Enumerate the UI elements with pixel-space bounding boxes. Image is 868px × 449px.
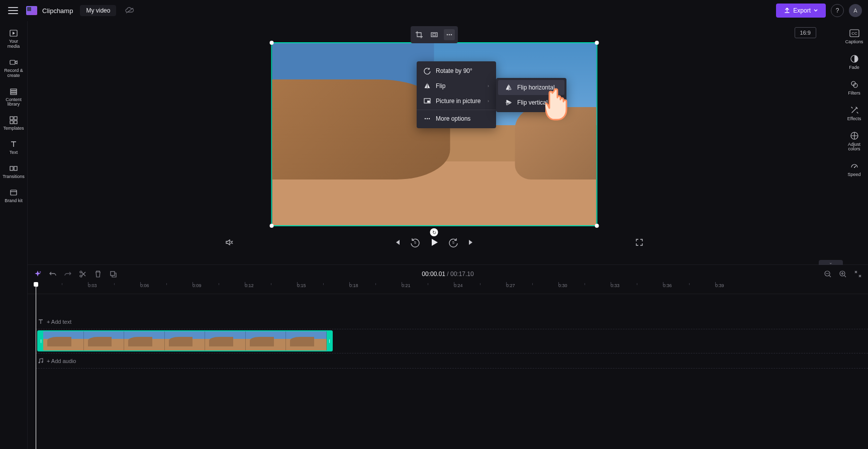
svg-rect-10 (14, 166, 17, 170)
svg-rect-4 (11, 93, 17, 95)
project-name-input[interactable]: My video (80, 5, 116, 16)
left-sidebar: Your media Record & create Content libra… (0, 21, 28, 449)
speed-icon (849, 161, 859, 171)
redo-button[interactable] (64, 270, 72, 278)
crop-button[interactable] (414, 29, 425, 40)
export-button[interactable]: Export (776, 4, 826, 18)
ruler-tick: 0:21 (402, 283, 411, 288)
timeline-expand-button[interactable]: ⌄ (819, 260, 843, 265)
split-button[interactable] (79, 270, 87, 278)
sidebar-item-adjust-colors[interactable]: Adjust colors (842, 128, 866, 155)
skip-back-button[interactable] (393, 238, 401, 246)
sidebar-item-templates[interactable]: Templates (2, 112, 26, 134)
skip-forward-button[interactable] (467, 238, 475, 246)
sidebar-item-filters[interactable]: Filters (842, 76, 866, 99)
right-sidebar: CC Captions Fade Filters Effects Adjust … (840, 21, 868, 181)
svg-text:5: 5 (452, 241, 454, 244)
resize-handle-bottom-right[interactable] (595, 224, 599, 228)
svg-point-36 (39, 362, 40, 363)
sync-status-icon[interactable] (125, 7, 134, 14)
sidebar-item-captions[interactable]: CC Captions (842, 25, 866, 48)
text-icon (38, 319, 44, 325)
ruler-tick: 0:24 (454, 283, 463, 288)
sidebar-item-transitions[interactable]: Transitions (2, 160, 26, 183)
delete-button[interactable] (94, 270, 102, 278)
resize-handle-bottom-left[interactable] (269, 224, 273, 228)
resize-handle-top-left[interactable] (269, 41, 273, 45)
resize-handle-top-right[interactable] (595, 41, 599, 45)
forward-button[interactable]: 5 (448, 237, 458, 247)
zoom-in-button[interactable] (839, 270, 847, 278)
captions-icon: CC (849, 28, 859, 38)
mute-button[interactable] (225, 238, 234, 247)
menu-item-rotate[interactable]: Rotate by 90° (417, 63, 496, 78)
timeline-ruler[interactable]: 0 0:03 0:06 0:09 0:12 0:15 0:18 0:21 0:2… (28, 283, 868, 294)
svg-rect-2 (11, 89, 17, 91)
svg-text:CC: CC (851, 31, 857, 36)
play-button[interactable] (429, 237, 439, 247)
sidebar-item-brand-kit[interactable]: Brand kit (2, 185, 26, 207)
rewind-button[interactable]: 5 (410, 237, 420, 247)
more-actions-button[interactable] (444, 29, 455, 40)
ruler-tick: 0:27 (506, 283, 515, 288)
ruler-tick: 0:15 (297, 283, 306, 288)
svg-text:5: 5 (414, 241, 416, 244)
svg-point-28 (429, 118, 430, 119)
fullscreen-button[interactable] (635, 238, 643, 246)
sidebar-item-speed[interactable]: Speed (842, 158, 866, 181)
media-icon (9, 28, 19, 38)
more-icon (424, 115, 431, 122)
svg-point-18 (854, 167, 855, 168)
flip-vertical-icon (505, 99, 512, 106)
music-icon (38, 358, 44, 364)
cursor-hand-illustration (545, 85, 575, 124)
svg-point-27 (427, 118, 428, 119)
flip-horizontal-icon (505, 84, 512, 91)
context-menu: Rotate by 90° Flip › Picture in picture … (417, 61, 496, 128)
zoom-out-button[interactable] (824, 270, 832, 278)
help-button[interactable]: ? (831, 4, 844, 17)
svg-rect-33 (111, 272, 115, 276)
brandkit-icon (9, 188, 19, 198)
playhead[interactable] (36, 283, 36, 449)
timecode-display: 00:00.01 / 00:17.10 (422, 271, 473, 278)
zoom-fit-button[interactable] (854, 270, 862, 278)
video-clip[interactable] (37, 330, 333, 351)
flip-icon (424, 82, 431, 89)
menu-item-flip[interactable]: Flip › (417, 78, 496, 94)
sidebar-item-your-media[interactable]: Your media (2, 25, 26, 52)
sidebar-item-fade[interactable]: Fade (842, 51, 866, 73)
timeline-tracks: + Add text + Add audio (28, 294, 868, 369)
menu-item-pip[interactable]: Picture in picture › (417, 94, 496, 109)
sidebar-item-text[interactable]: Text (2, 136, 26, 158)
aspect-ratio-button[interactable]: 16:9 (795, 27, 816, 38)
chevron-down-icon (814, 9, 818, 13)
clip-right-handle[interactable] (327, 331, 332, 350)
video-track[interactable] (36, 329, 868, 353)
sidebar-item-content-library[interactable]: Content library (2, 83, 26, 111)
add-text-hint[interactable]: + Add text (38, 319, 71, 325)
ruler-tick: 0:18 (349, 283, 358, 288)
ai-sparkle-button[interactable] (34, 270, 42, 278)
text-track[interactable]: + Add text (36, 314, 868, 329)
audio-track[interactable]: + Add audio (36, 353, 868, 369)
sidebar-item-record[interactable]: Record & create (2, 54, 26, 81)
svg-rect-25 (427, 101, 430, 103)
add-audio-hint[interactable]: + Add audio (38, 358, 76, 364)
svg-rect-20 (433, 34, 436, 36)
menu-toggle-button[interactable] (6, 4, 20, 18)
duplicate-button[interactable] (109, 270, 117, 278)
svg-rect-7 (10, 121, 13, 124)
fit-fill-button[interactable] (429, 29, 440, 40)
preview-area: 16:9 ↻ Rotate by 90° Flip › Picture in p… (28, 21, 840, 264)
clip-left-handle[interactable] (38, 331, 43, 350)
menu-item-more[interactable]: More options (417, 111, 496, 126)
ruler-tick: 0:03 (88, 283, 97, 288)
app-logo-icon (26, 6, 37, 15)
svg-point-22 (448, 34, 450, 36)
user-avatar[interactable]: A (849, 4, 862, 17)
sidebar-item-effects[interactable]: Effects (842, 102, 866, 125)
rotate-handle[interactable]: ↻ (430, 228, 438, 236)
undo-button[interactable] (49, 270, 57, 278)
svg-point-37 (42, 361, 43, 363)
